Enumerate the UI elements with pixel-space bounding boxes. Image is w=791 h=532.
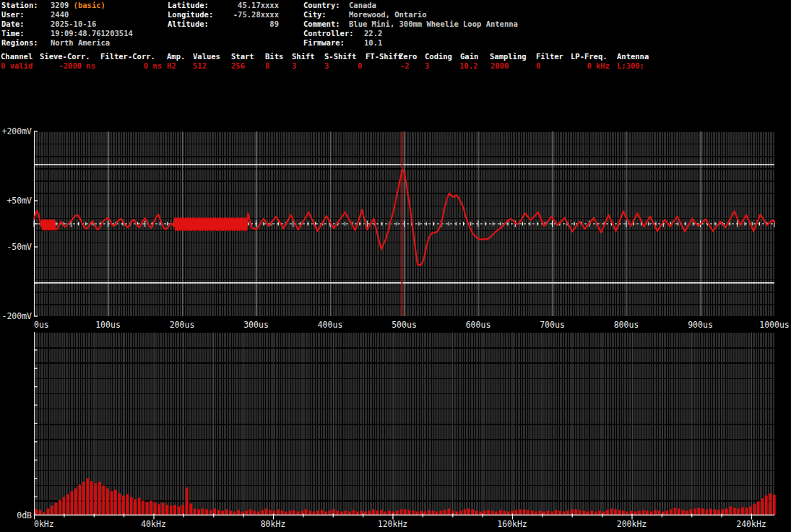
spectrum-bar: [194, 509, 196, 515]
spectrum-bar: [431, 511, 434, 515]
spectrum-bar: [670, 510, 673, 515]
spectrum-bar: [642, 510, 645, 515]
info-row: User:2440: [1, 10, 69, 19]
param-label: Values: [193, 52, 220, 61]
info-key: City:: [303, 10, 349, 19]
param-label: Filter-Corr.: [100, 52, 155, 61]
spectrum-bar: [539, 511, 542, 515]
spectrum-bar: [523, 510, 526, 515]
spectrum-bar: [658, 511, 661, 515]
spectrum-bar: [308, 511, 311, 515]
spectrum-bar: [638, 511, 641, 515]
spectrum-x-label: 40kHz: [141, 520, 166, 528]
spectrum-bar: [646, 511, 649, 515]
spectrum-bar: [706, 510, 709, 515]
param-value: 8: [265, 61, 269, 71]
param-label: Bits: [265, 52, 283, 61]
param-label: Antenna: [617, 52, 649, 61]
spectrum-bar: [709, 509, 712, 515]
spectrum-bar: [118, 494, 121, 515]
spectrum-bar: [59, 500, 61, 515]
spectrum-bar: [555, 510, 558, 515]
spectrum-bar: [698, 508, 701, 515]
spectrum-bar: [650, 512, 653, 515]
waveform-x-label: 600us: [466, 320, 491, 329]
spectrum-bar: [439, 511, 442, 515]
param-label: Channel: [1, 52, 33, 61]
info-value: 2025-10-16: [51, 19, 96, 29]
spectrum-bar: [428, 510, 431, 515]
spectrum-bar: [313, 512, 316, 515]
spectrum-bar: [733, 508, 736, 515]
spectrum-bar: [146, 502, 149, 515]
spectrum-bar: [423, 512, 426, 515]
waveform-trace: [34, 170, 774, 266]
spectrum-bar: [753, 505, 756, 515]
param-label: Sampling: [490, 52, 527, 61]
spectrum-bar: [269, 510, 272, 515]
spectrum-bar: [550, 512, 553, 515]
spectrum-bar: [225, 510, 228, 515]
info-value: Morewood, Ontario: [349, 10, 426, 19]
spectrum-bar: [507, 512, 510, 515]
waveform-x-label: 1000us: [759, 320, 790, 329]
spectrum-bar: [503, 511, 506, 515]
spectrum-bar: [98, 482, 101, 515]
spectrum-bar: [459, 511, 462, 515]
spectrum-bar: [574, 510, 577, 515]
spectrum-bar: [170, 506, 173, 515]
spectrum-x-label: 120kHz: [378, 520, 408, 528]
spectrum-bar: [579, 510, 582, 515]
spectrum-bar: [654, 510, 657, 515]
spectrum-svg: [34, 332, 774, 521]
spectrum-bar: [388, 511, 391, 515]
info-value: 3209: [51, 1, 69, 10]
spectrum-bar: [682, 510, 685, 515]
spectrum-bar: [396, 511, 399, 515]
spectrum-bar: [157, 505, 160, 515]
info-key: Comment:: [303, 19, 349, 29]
spectrum-bar: [404, 510, 407, 515]
spectrum-bar: [189, 504, 192, 515]
spectrum-bar: [345, 511, 347, 515]
waveform-plot: [34, 131, 774, 316]
spectrum-bar: [741, 507, 744, 515]
spectrum-bar: [165, 505, 168, 515]
spectrum-bar: [55, 503, 58, 515]
info-row: Date:2025-10-16: [1, 19, 96, 29]
spectrum-bar: [531, 511, 534, 515]
spectrum-bar: [257, 512, 260, 515]
info-row: Time:19:09:48.761203514: [1, 29, 133, 38]
spectrum-bar: [769, 494, 771, 515]
spectrum-bar: [138, 498, 141, 515]
spectrum-bar: [543, 512, 545, 515]
spectrum-bar: [209, 510, 212, 515]
spectrum-bar: [595, 512, 597, 515]
spectrum-bar: [368, 511, 371, 515]
spectrum-bar: [606, 510, 609, 515]
param-value: 3: [292, 61, 296, 71]
spectrum-bar: [86, 479, 89, 515]
spectrum-bar: [384, 512, 387, 515]
spectrum-bar: [297, 512, 300, 515]
spectrum-bar: [757, 502, 760, 515]
info-row: Station:3209 (basic): [1, 1, 105, 10]
info-value: 45.17xxxx: [218, 1, 279, 10]
spectrum-bar: [614, 510, 617, 515]
spectrum-bar: [745, 508, 748, 515]
spectrum-bar: [35, 510, 38, 515]
waveform-x-label: 900us: [688, 320, 713, 329]
info-key: Latitude:: [168, 1, 218, 10]
info-key: Controller:: [303, 29, 364, 38]
info-row: Controller:22.2: [303, 29, 382, 38]
waveform-y-label: -50mV: [0, 243, 32, 251]
param-value: 512: [193, 61, 207, 71]
waveform-x-label: 300us: [243, 320, 269, 329]
spectrum-bar: [356, 512, 359, 515]
param-label: Amp.: [167, 52, 185, 61]
spectrum-bar: [693, 509, 696, 515]
spectrum-bar: [197, 510, 200, 515]
spectrum-plot: [34, 332, 774, 515]
spectrum-bar: [329, 511, 332, 515]
spectrum-bar: [66, 494, 69, 515]
